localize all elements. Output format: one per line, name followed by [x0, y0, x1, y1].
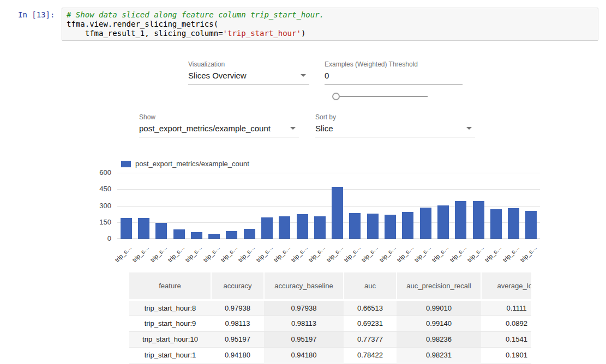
show-value: post_export_metrics/example_count — [139, 124, 271, 133]
bar[interactable] — [138, 218, 149, 239]
metric-cell: 0.1111 — [481, 300, 531, 316]
column-header[interactable]: accuracy_baseline — [264, 272, 344, 300]
table-row: trip_start_hour:10.941800.941800.784220.… — [129, 347, 531, 363]
bar[interactable] — [402, 212, 413, 239]
metric-cell: 0.0892 — [481, 316, 531, 331]
metric-cell: 0.1901 — [481, 347, 531, 363]
notebook-page: In [13]: # Show data sliced along featur… — [0, 0, 606, 364]
bar[interactable] — [173, 229, 185, 239]
slider-track[interactable] — [337, 96, 428, 97]
x-axis: trip_s…trip_s…trip_s…trip_s…trip_s…trip_… — [117, 240, 540, 266]
gridline — [117, 189, 540, 190]
show-metric-dropdown[interactable]: Show post_export_metrics/example_count — [139, 114, 299, 137]
feature-cell: trip_start_hour:10 — [129, 331, 211, 347]
bar[interactable] — [121, 218, 132, 239]
bar[interactable] — [437, 205, 449, 239]
y-tick-label: 450 — [86, 185, 111, 193]
code-line-3: tfma_result_1, slicing_column= — [67, 29, 223, 38]
plot-area — [117, 173, 540, 239]
bar[interactable] — [525, 211, 537, 239]
x-baseline — [117, 239, 540, 239]
sort-by-dropdown[interactable]: Sort by Slice — [315, 114, 475, 137]
bar[interactable] — [420, 208, 431, 239]
metric-cell: 0.95197 — [264, 331, 344, 347]
bar[interactable] — [385, 215, 396, 239]
table-head-row: featureaccuracyaccuracy_baselineaucauc_p… — [129, 272, 531, 300]
bar[interactable] — [508, 208, 519, 239]
bar[interactable] — [279, 216, 290, 239]
cell-prompt: In [13]: — [18, 10, 55, 19]
metric-cell: 0.94180 — [211, 347, 264, 363]
column-header[interactable]: auc — [344, 272, 397, 300]
bar[interactable] — [455, 201, 466, 239]
chevron-down-icon — [290, 127, 296, 130]
table-row: trip_start_hour:100.951970.951970.773770… — [129, 331, 531, 347]
slider-thumb[interactable] — [332, 93, 340, 100]
column-header[interactable]: accuracy — [211, 272, 264, 300]
bar[interactable] — [367, 214, 379, 239]
metric-cell: 0.1541 — [481, 331, 531, 347]
metric-cell: 0.99140 — [397, 316, 481, 331]
y-tick-label: 300 — [86, 202, 111, 210]
feature-cell: trip_start_hour:8 — [129, 300, 211, 316]
metric-cell: 0.97938 — [211, 300, 264, 316]
visualization-label: Visualization — [188, 61, 309, 68]
code-string-literal: 'trip_start_hour' — [223, 29, 301, 38]
metric-cell: 0.69231 — [344, 316, 397, 331]
metric-cell: 0.98113 — [211, 316, 264, 331]
bar[interactable] — [332, 187, 343, 239]
metric-cell: 0.77377 — [344, 331, 397, 347]
code-editor[interactable]: # Show data sliced along feature column … — [62, 8, 598, 41]
bar[interactable] — [208, 234, 220, 239]
bar[interactable] — [473, 201, 484, 239]
bar[interactable] — [297, 214, 308, 239]
metric-cell: 0.94180 — [264, 347, 344, 363]
bar[interactable] — [226, 231, 237, 239]
threshold-field[interactable]: Examples (Weighted) Threshold — [325, 61, 463, 84]
code-comment: # Show data sliced along feature column … — [67, 10, 324, 19]
chevron-down-icon — [466, 127, 472, 130]
legend-label: post_export_metrics/example_count — [135, 160, 249, 168]
visualization-dropdown[interactable]: Visualization Slices Overview — [188, 61, 309, 84]
visualization-value: Slices Overview — [188, 71, 247, 80]
y-axis: 0150300450600 — [86, 173, 111, 245]
sort-by-label: Sort by — [315, 114, 475, 121]
bar[interactable] — [314, 216, 326, 239]
metric-cell: 0.78422 — [344, 347, 397, 363]
legend-color-swatch — [121, 161, 131, 167]
threshold-slider[interactable] — [332, 93, 428, 100]
y-tick-label: 600 — [86, 169, 111, 177]
feature-cell: trip_start_hour:9 — [129, 316, 211, 331]
metrics-table: featureaccuracyaccuracy_baselineaucauc_p… — [129, 272, 531, 363]
code-line-2: tfma.view.render_slicing_metrics( — [67, 20, 218, 28]
metric-cell: 0.99010 — [397, 300, 481, 316]
feature-cell: trip_start_hour:1 — [129, 347, 211, 363]
metric-cell: 0.97938 — [264, 300, 344, 316]
metric-cell: 0.98231 — [397, 347, 481, 363]
y-tick-label: 150 — [86, 219, 111, 226]
metric-cell: 0.98113 — [264, 316, 344, 331]
sort-by-value: Slice — [315, 124, 333, 133]
threshold-label: Examples (Weighted) Threshold — [325, 61, 463, 68]
gridline — [117, 173, 540, 173]
bar[interactable] — [261, 217, 273, 239]
bar[interactable] — [191, 232, 202, 239]
metric-cell: 0.66513 — [344, 300, 397, 316]
bar[interactable] — [490, 209, 502, 239]
code-close-paren: ) — [301, 29, 305, 38]
column-header[interactable]: feature — [129, 272, 211, 300]
bar[interactable] — [155, 223, 167, 239]
code-content: # Show data sliced along feature column … — [67, 10, 593, 38]
metrics-table-container: featureaccuracyaccuracy_baselineaucauc_p… — [129, 272, 531, 364]
table-row: trip_start_hour:80.979380.979380.665130.… — [129, 300, 531, 316]
bar[interactable] — [244, 229, 255, 239]
column-header[interactable]: average_los — [481, 272, 531, 300]
threshold-input[interactable] — [325, 70, 463, 84]
table-row: trip_start_hour:90.981130.981130.692310.… — [129, 316, 531, 331]
chart-legend: post_export_metrics/example_count — [121, 160, 249, 168]
metric-cell: 0.95197 — [211, 331, 264, 347]
show-label: Show — [139, 114, 299, 121]
column-header[interactable]: auc_precision_recall — [397, 272, 481, 300]
chevron-down-icon — [301, 74, 306, 77]
bar[interactable] — [349, 213, 361, 239]
